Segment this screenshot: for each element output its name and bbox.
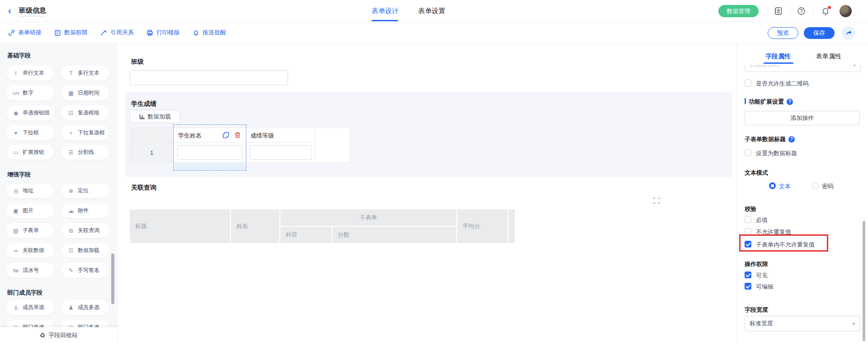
subform-title: 学生成绩 xyxy=(131,100,156,108)
text-mode-title: 文本模式 xyxy=(745,169,768,177)
page-title: 班级信息 xyxy=(19,6,46,15)
subform-no-duplicate-checkbox[interactable] xyxy=(745,241,751,248)
share-arrow-icon xyxy=(845,30,852,36)
section-accent-bar xyxy=(745,98,746,104)
field-item-number[interactable]: 123数字 xyxy=(6,86,54,100)
avatar[interactable] xyxy=(840,5,852,17)
editable-checkbox[interactable] xyxy=(745,283,751,290)
set-data-title-checkbox[interactable] xyxy=(745,149,751,156)
lq-col-average: 平均分 xyxy=(457,210,508,243)
grade-level-body-cell xyxy=(245,142,315,163)
data-load-button[interactable]: 数据加载 xyxy=(130,110,180,123)
no-duplicate-checkbox[interactable] xyxy=(745,228,751,235)
help-badge-icon[interactable]: ? xyxy=(788,136,795,143)
linked-query-icon: ⧉ xyxy=(67,228,75,234)
save-button[interactable]: 保存 xyxy=(804,27,835,39)
field-item-single-line-text[interactable]: I单行文本 xyxy=(6,66,54,81)
serial-number-icon: № xyxy=(12,267,19,274)
field-item-linked-data[interactable]: ∞关联数据 xyxy=(6,243,54,258)
divider xyxy=(813,7,813,14)
expand-icon[interactable] xyxy=(653,197,660,204)
divider xyxy=(790,7,790,14)
field-item-linked-query[interactable]: ⧉关联查询 xyxy=(61,223,109,238)
add-action-button[interactable]: 添加操作 xyxy=(745,111,860,125)
title-edit-underline xyxy=(19,16,45,17)
field-item-subform[interactable]: ▤子表单 xyxy=(6,223,54,238)
share-button[interactable] xyxy=(842,26,855,40)
linked-query-title: 关联查询 xyxy=(131,184,156,192)
column-header-student-name[interactable]: 学生姓名 xyxy=(173,128,246,143)
student-name-input[interactable] xyxy=(177,145,242,160)
help-badge-icon[interactable]: ? xyxy=(787,99,793,105)
subform-table: 学生姓名 成绩等级 1 xyxy=(130,128,349,171)
field-item-image[interactable]: ▣图片 xyxy=(6,203,54,218)
row-header-cell xyxy=(130,128,174,143)
form-link-item[interactable]: 表单链接 xyxy=(8,29,42,37)
contacts-icon[interactable] xyxy=(774,7,783,15)
print-template-item[interactable]: 打印模版 xyxy=(146,29,180,37)
help-icon[interactable] xyxy=(797,7,806,15)
tab-form-design[interactable]: 表单设计 xyxy=(372,7,399,15)
required-checkbox[interactable] xyxy=(745,216,751,223)
recycle-icon: ♻ xyxy=(40,332,46,339)
clipped-select-wrapper: 扫描条形码▾ xyxy=(745,65,861,72)
top-header: ‹ 班级信息 表单设计 表单设置 数据管理 xyxy=(0,0,868,22)
section-title-member-fields: 部门成员字段 xyxy=(7,289,42,297)
permissions-title: 操作权限 xyxy=(745,260,768,268)
active-tab-underline xyxy=(372,20,398,21)
reference-relation-item[interactable]: 引用关系 xyxy=(100,29,134,37)
field-item-multi-line-text[interactable]: T多行文本 xyxy=(61,66,109,81)
field-item-divider[interactable]: ☰分割线 xyxy=(61,145,109,160)
text-mode-label-password[interactable]: 密码 xyxy=(822,182,834,191)
scan-mode-select[interactable]: 扫描条形码▾ xyxy=(745,65,861,72)
field-item-checkbox-group[interactable]: ☑复选框组 xyxy=(61,105,109,120)
image-icon: ▣ xyxy=(12,208,19,214)
subform-no-duplicate-label: 子表单内不允许重复值 xyxy=(756,241,815,249)
visible-checkbox[interactable] xyxy=(745,272,751,278)
field-item-multi-select[interactable]: ▿下拉复选框 xyxy=(61,125,109,140)
back-icon[interactable]: ‹ xyxy=(8,6,11,15)
set-data-title-label: 设置为数据标题 xyxy=(756,149,797,157)
text-mode-radio-text[interactable] xyxy=(769,182,776,189)
field-item-signature[interactable]: ✎手写签名 xyxy=(61,263,109,278)
class-field-input[interactable] xyxy=(130,70,288,85)
field-item-member-single[interactable]: ♙成员单选 xyxy=(6,300,54,315)
copy-column-icon[interactable] xyxy=(222,132,229,138)
field-width-title: 字段宽度 xyxy=(745,306,768,314)
panel-scrollbar[interactable] xyxy=(863,221,865,341)
notification-bell-icon[interactable] xyxy=(821,6,830,16)
delete-column-icon[interactable] xyxy=(234,132,241,138)
qr-code-checkbox[interactable] xyxy=(745,80,751,86)
field-item-address[interactable]: ◎地址 xyxy=(6,183,54,198)
field-item-attachment[interactable]: ☁附件 xyxy=(61,203,109,218)
ext-section-title: 功能扩展设置? xyxy=(749,98,793,106)
subform-field-container[interactable]: 学生成绩 数据加载 学生姓名 成绩等级 1 xyxy=(125,92,732,177)
lq-col-spacer xyxy=(509,210,515,243)
sidebar-scrollbar[interactable] xyxy=(111,253,114,304)
preview-button[interactable]: 预览 xyxy=(768,27,798,39)
column-header-grade-level[interactable]: 成绩等级 xyxy=(245,128,315,143)
tab-form-settings[interactable]: 表单设置 xyxy=(418,7,445,15)
field-item-serial-number[interactable]: №流水号 xyxy=(6,263,54,278)
field-item-member-multi[interactable]: ♟成员多选 xyxy=(61,300,109,315)
divider-icon: ☰ xyxy=(67,149,75,156)
field-item-select[interactable]: ▾下拉框 xyxy=(6,125,54,140)
field-item-datetime[interactable]: ▦日期时间 xyxy=(61,86,109,100)
tab-form-properties[interactable]: 表单属性 xyxy=(816,52,841,61)
data-manage-button[interactable]: 数据管理 xyxy=(718,5,759,17)
push-notice-item[interactable]: 推送提醒 xyxy=(193,29,226,37)
field-item-location[interactable]: ⊕定位 xyxy=(61,183,109,198)
field-item-radio-group[interactable]: ◉单选按钮组 xyxy=(6,105,54,120)
data-permission-item[interactable]: 数据权限 xyxy=(54,29,88,37)
select-icon: ▾ xyxy=(12,130,19,136)
section-title-enhanced-fields: 增强字段 xyxy=(7,171,31,179)
editable-label: 可编辑 xyxy=(756,283,774,291)
field-recycle-bin[interactable]: ♻ 字段回收站 xyxy=(0,327,118,343)
text-mode-radio-password[interactable] xyxy=(812,182,819,189)
field-item-extension-button[interactable]: ▭扩展按钮 xyxy=(6,145,54,160)
grade-level-input[interactable] xyxy=(250,145,312,160)
field-width-select[interactable]: 标准宽度▾ xyxy=(745,316,860,331)
text-mode-label-text[interactable]: 文本 xyxy=(779,182,791,191)
tab-field-properties[interactable]: 字段属性 xyxy=(765,52,791,61)
field-item-data-load[interactable]: ☷数据加载 xyxy=(61,243,109,258)
